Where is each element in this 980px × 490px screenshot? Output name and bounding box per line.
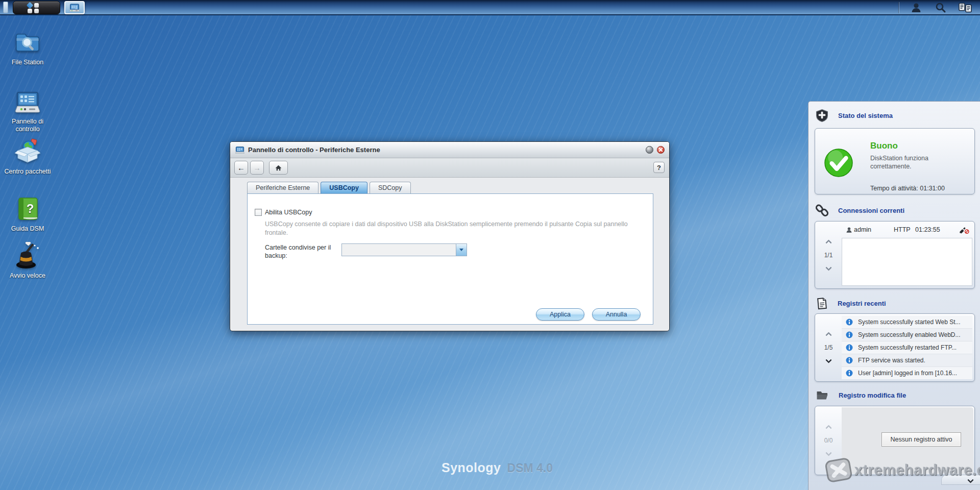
recent-logs-header: Registri recenti (815, 297, 886, 310)
chevron-down-icon (967, 477, 974, 483)
package-center-icon (14, 138, 41, 165)
system-status-panel: Buono DiskStation funziona correttamente… (815, 128, 975, 194)
file-log-empty-area: Nessun registro attivo (842, 407, 973, 474)
file-log-pager: 0/0 (815, 406, 842, 475)
log-row[interactable]: System successfully enabled WebD... (842, 329, 972, 341)
connections-list (842, 238, 972, 286)
taskbar-right-group (899, 0, 980, 15)
forward-button[interactable]: → (250, 161, 264, 175)
connection-user: admin (854, 226, 871, 233)
backup-folder-select[interactable] (341, 243, 467, 256)
log-list: System successfully started Web St... Sy… (842, 316, 972, 379)
no-active-log-message: Nessun registro attivo (881, 432, 961, 447)
uptime-text: Tempo di attività: 01:31:00 (870, 185, 945, 192)
search-icon (935, 2, 946, 13)
help-button[interactable]: ? (653, 162, 665, 173)
log-text: User [admin] logged in from [10.16... (858, 370, 972, 377)
pager-label: 1/5 (824, 344, 833, 351)
section-title: Stato del sistema (838, 112, 893, 119)
close-button[interactable] (657, 146, 665, 154)
close-icon (658, 148, 663, 152)
system-health-widget: Stato del sistema Buono DiskStation funz… (808, 101, 980, 490)
pager-label: 1/1 (824, 252, 833, 259)
main-menu-grid-icon (26, 3, 47, 13)
select-dropdown-arrow[interactable] (456, 244, 467, 256)
control-panel-desktop-icon (14, 88, 41, 115)
taskbar-separator (899, 2, 899, 13)
search-button[interactable] (931, 1, 950, 14)
desktop-icon-quick-start[interactable]: Avvio veloce (4, 242, 51, 280)
open-folder-icon (815, 388, 829, 402)
desktop-icon-control-panel[interactable]: Pannello di controllo (4, 88, 51, 133)
page-down-icon[interactable] (825, 264, 832, 271)
link-icon (815, 204, 829, 217)
desktop-icon-package-center[interactable]: Centro pacchetti (4, 138, 51, 176)
status-value: Buono (870, 141, 898, 151)
home-icon (275, 164, 282, 172)
status-ok-icon (824, 148, 853, 178)
info-icon (846, 318, 853, 326)
file-change-log-header: Registro modifica file (815, 388, 906, 402)
pilot-view-button[interactable] (955, 1, 975, 14)
connections-header: Connessioni correnti (815, 204, 904, 217)
dialog-titlebar[interactable]: Pannello di controllo - Periferiche Este… (230, 142, 669, 158)
log-document-icon (815, 297, 828, 310)
desktop-icon-label: Pannello di controllo (4, 118, 51, 133)
user-menu-button[interactable] (906, 1, 926, 14)
connections-pager: 1/1 (815, 222, 842, 288)
show-desktop-button[interactable] (3, 2, 8, 13)
brand-name: Synology (442, 460, 501, 475)
section-title: Registri recenti (838, 300, 886, 307)
info-icon (846, 344, 853, 351)
desktop: SynologyDSM 4.0 (0, 0, 980, 490)
log-row[interactable]: System successfully restarted FTP... (842, 341, 972, 354)
usbcopy-description: USBCopy consente di copiare i dati dal d… (265, 220, 649, 237)
page-up-icon[interactable] (825, 239, 832, 246)
tab-periferiche-esterne[interactable]: Periferiche Esterne (247, 182, 318, 194)
page-down-icon[interactable] (825, 357, 832, 363)
dialog-title-icon (235, 145, 244, 155)
main-menu-button[interactable] (13, 1, 60, 14)
apply-button[interactable]: Applica (536, 308, 584, 321)
log-text: FTP service was started. (858, 357, 972, 364)
logs-pager: 1/5 (815, 314, 842, 381)
enable-usbcopy-checkbox[interactable] (255, 209, 262, 216)
user-icon (911, 2, 922, 13)
page-up-icon[interactable] (825, 332, 832, 338)
dialog-tabs: Periferiche Esterne USBCopy SDCopy (247, 182, 413, 194)
page-up-icon[interactable] (825, 425, 832, 431)
pilot-view-icon (959, 3, 972, 13)
quick-start-icon (14, 242, 41, 270)
desktop-icon-label: Avvio veloce (4, 272, 51, 280)
desktop-icon-file-station[interactable]: File Station (4, 29, 51, 66)
connection-row[interactable]: admin HTTP 01:23:55 (845, 225, 970, 235)
widget-collapse-button[interactable] (941, 475, 980, 485)
tab-sdcopy[interactable]: SDCopy (370, 182, 411, 194)
control-panel-dialog: Pannello di controllo - Periferiche Este… (230, 141, 670, 331)
tab-usbcopy[interactable]: USBCopy (321, 182, 368, 194)
connection-protocol: HTTP (894, 226, 911, 233)
forward-arrow-icon: → (253, 163, 261, 172)
minimize-button[interactable] (646, 146, 653, 154)
log-row[interactable]: FTP service was started. (842, 354, 972, 367)
menu-diamond-icon (27, 2, 34, 9)
home-button[interactable] (269, 161, 288, 175)
user-icon (846, 227, 852, 233)
file-change-log-panel: 0/0 Nessun registro attivo (815, 406, 975, 475)
dsm-help-icon: ? (14, 195, 41, 223)
log-row[interactable]: User [admin] logged in from [10.16... (842, 367, 972, 379)
disconnect-icon[interactable] (959, 226, 969, 234)
page-down-icon[interactable] (825, 450, 832, 456)
enable-usbcopy-label[interactable]: Abilita USBCopy (265, 209, 312, 216)
backup-folder-label: Cartelle condivise per il backup: (265, 243, 344, 260)
desktop-icon-dsm-help[interactable]: ? Guida DSM (4, 195, 51, 233)
cancel-button[interactable]: Annulla (592, 308, 641, 321)
back-button[interactable]: ← (234, 161, 248, 175)
log-text: System successfully started Web St... (858, 318, 972, 326)
status-message: DiskStation funziona correttamente. (870, 154, 954, 171)
log-row[interactable]: System successfully started Web St... (842, 316, 972, 329)
taskbar (0, 0, 980, 15)
taskbar-control-panel-button[interactable] (64, 1, 85, 14)
system-status-header: Stato del sistema (815, 109, 893, 122)
info-icon (846, 370, 853, 377)
